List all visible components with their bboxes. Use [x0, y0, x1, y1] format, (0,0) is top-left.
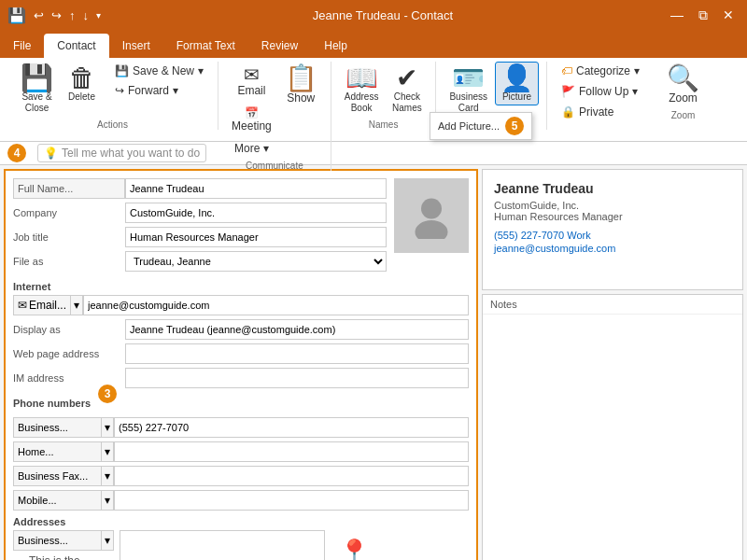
address-type-button[interactable]: Business... — [13, 530, 102, 551]
check-names-label: CheckNames — [392, 91, 422, 114]
show-icon: 📋 — [285, 65, 317, 91]
zoom-button[interactable]: 🔍 Zoom — [661, 62, 705, 108]
company-input[interactable] — [125, 203, 387, 223]
phone-mobile-button[interactable]: Mobile... — [13, 490, 102, 511]
down-icon[interactable]: ↓ — [83, 8, 90, 22]
notes-textarea[interactable] — [483, 315, 742, 560]
email-row: ✉ Email... ▾ — [13, 295, 469, 315]
follow-up-button[interactable]: 🚩 Follow Up ▾ — [555, 82, 644, 101]
business-card-button[interactable]: 🪪 BusinessCard — [444, 62, 493, 118]
close-button[interactable]: ✕ — [717, 6, 740, 25]
forward-button[interactable]: ↪ Forward ▾ — [108, 81, 210, 100]
web-input[interactable] — [125, 343, 469, 364]
help-badge-container: 4 — [7, 144, 30, 162]
categorize-button[interactable]: 🏷 Categorize ▾ — [555, 62, 646, 80]
phone-mobile-arrow[interactable]: ▾ — [102, 490, 114, 511]
names-label: Names — [369, 119, 399, 130]
categorize-label: Categorize — [576, 64, 630, 77]
phone-row-1: Home... ▾ — [13, 441, 469, 462]
picture-label: Picture — [502, 91, 531, 102]
window-controls: — ⧉ ✕ — [665, 6, 740, 25]
ribbon-group-zoom: 🔍 Zoom Zoom — [654, 62, 712, 120]
phone-row-0: Business... ▾ — [13, 417, 469, 438]
bc-title: Human Resources Manager — [494, 211, 731, 222]
show-label: Show — [287, 91, 315, 105]
address-book-label: AddressBook — [345, 91, 379, 114]
email-input[interactable] — [83, 295, 469, 315]
phone-home-arrow[interactable]: ▾ — [102, 441, 114, 462]
more-quick-access[interactable]: ▾ — [96, 10, 101, 21]
help-search[interactable]: 💡 Tell me what you want to do — [37, 144, 206, 162]
phone-home-input[interactable] — [114, 441, 469, 462]
save-new-button[interactable]: 💾 Save & New ▾ — [108, 62, 210, 80]
up-icon[interactable]: ↑ — [69, 8, 76, 22]
email-dropdown-arrow[interactable]: ▾ — [71, 295, 83, 315]
communicate-items: ✉ Email 📅 Meeting More ▾ 📋 Show — [226, 62, 323, 159]
minimize-button[interactable]: — — [665, 6, 689, 25]
email-btn-container: ✉ Email... ▾ — [13, 295, 83, 315]
redo-icon[interactable]: ↪ — [51, 8, 62, 22]
display-as-input[interactable] — [125, 319, 469, 340]
meeting-label: Meeting — [232, 119, 272, 133]
addresses-section-header: Addresses — [13, 516, 469, 527]
email-button[interactable]: ✉ Email — [232, 62, 271, 101]
phone-rows: Business... ▾ Home... ▾ Business Fax... … — [13, 417, 469, 511]
meeting-button[interactable]: 📅 Meeting — [226, 103, 277, 136]
restore-button[interactable]: ⧉ — [693, 6, 713, 25]
full-name-input[interactable] — [125, 178, 387, 199]
full-name-button[interactable]: Full Name... — [13, 178, 125, 199]
job-title-input[interactable] — [125, 227, 387, 247]
zoom-label: Zoom — [671, 110, 696, 120]
more-button[interactable]: More ▾ — [229, 138, 275, 159]
add-picture-label[interactable]: Add Picture... — [438, 120, 500, 132]
undo-icon[interactable]: ↩ — [34, 8, 44, 22]
tags-items: 🏷 Categorize ▾ 🚩 Follow Up ▾ 🔒 Private — [555, 62, 646, 121]
photo-placeholder[interactable] — [394, 178, 469, 253]
email-type-button[interactable]: ✉ Email... — [13, 295, 71, 315]
tab-insert[interactable]: Insert — [109, 34, 163, 58]
zoom-items: 🔍 Zoom — [661, 62, 705, 108]
tab-contact[interactable]: Contact — [44, 34, 108, 58]
email-icon: ✉ — [18, 299, 27, 312]
phone-business-button[interactable]: Business... — [13, 417, 102, 438]
web-label: Web page address — [13, 348, 125, 359]
tab-help[interactable]: Help — [311, 34, 360, 58]
show-button[interactable]: 📋 Show — [279, 62, 323, 108]
more-label: More ▾ — [234, 142, 269, 155]
phone-fax-arrow[interactable]: ▾ — [102, 466, 114, 486]
notes-section: Notes — [482, 294, 743, 560]
follow-up-label: Follow Up — [579, 85, 628, 98]
phone-mobile-input[interactable] — [114, 490, 469, 511]
save-new-arrow: ▾ — [198, 64, 204, 77]
address-textarea[interactable] — [120, 530, 325, 560]
ribbon-group-actions-items: 💾 Save &Close 🗑 Delete 💾 Save & New ▾ ↪ — [15, 62, 210, 118]
email-btn-label: Email... — [29, 299, 66, 312]
tab-file[interactable]: File — [0, 34, 44, 58]
file-as-select[interactable]: Trudeau, Jeanne — [125, 251, 387, 272]
file-as-label: File as — [13, 256, 125, 267]
phone-business-arrow[interactable]: ▾ — [102, 417, 114, 438]
help-bar: 4 💡 Tell me what you want to do — [0, 142, 747, 165]
phone-business-input[interactable] — [114, 417, 469, 438]
save-close-button[interactable]: 💾 Save &Close — [15, 62, 59, 118]
delete-button[interactable]: 🗑 Delete — [61, 62, 103, 105]
address-book-button[interactable]: 📖 AddressBook — [339, 62, 385, 118]
im-input[interactable] — [125, 368, 469, 388]
check-names-button[interactable]: ✔ CheckNames — [386, 62, 428, 118]
phone-fax-button[interactable]: Business Fax... — [13, 466, 102, 486]
zoom-label: Zoom — [669, 91, 698, 105]
phone-fax-input[interactable] — [114, 466, 469, 486]
private-button[interactable]: 🔒 Private — [555, 103, 620, 121]
address-btn-row: Business... ▾ — [13, 530, 114, 551]
mailing-address-label: This is the mailing address — [29, 554, 107, 560]
tab-review[interactable]: Review — [248, 34, 311, 58]
picture-button[interactable]: 👤 Picture — [495, 62, 539, 105]
display-as-row: Display as — [13, 319, 469, 340]
map-it-button[interactable]: 📍 Map It — [331, 530, 378, 560]
add-picture-popup: Add Picture... 5 — [430, 112, 532, 140]
display-as-label: Display as — [13, 324, 125, 335]
contact-photo-icon — [408, 192, 455, 239]
phone-home-button[interactable]: Home... — [13, 441, 102, 462]
tab-format-text[interactable]: Format Text — [163, 34, 248, 58]
address-type-arrow[interactable]: ▾ — [102, 530, 114, 551]
